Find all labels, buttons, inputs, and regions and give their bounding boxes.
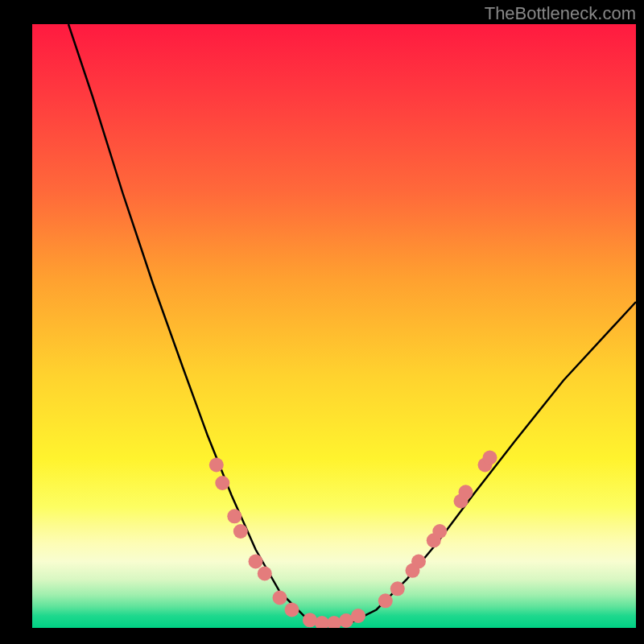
chart-plot-area xyxy=(32,24,636,628)
curve-marker xyxy=(459,485,473,499)
curve-marker xyxy=(378,593,393,608)
chart-svg xyxy=(32,24,636,628)
curve-marker xyxy=(432,524,447,539)
curve-marker xyxy=(483,451,497,465)
curve-marker xyxy=(411,555,426,569)
curve-marker xyxy=(273,591,287,605)
curve-marker xyxy=(209,458,224,473)
curve-marker xyxy=(215,476,229,490)
curve-marker xyxy=(258,567,272,581)
curve-marker xyxy=(303,613,317,627)
watermark-text: TheBottleneck.com xyxy=(485,3,636,24)
curve-marker xyxy=(227,509,242,523)
curve-marker xyxy=(285,603,299,617)
curve-marker xyxy=(249,555,263,569)
curve-markers xyxy=(209,451,497,629)
curve-marker xyxy=(390,581,405,596)
bottleneck-curve xyxy=(68,24,636,625)
curve-marker xyxy=(233,524,248,539)
curve-marker xyxy=(351,609,365,623)
